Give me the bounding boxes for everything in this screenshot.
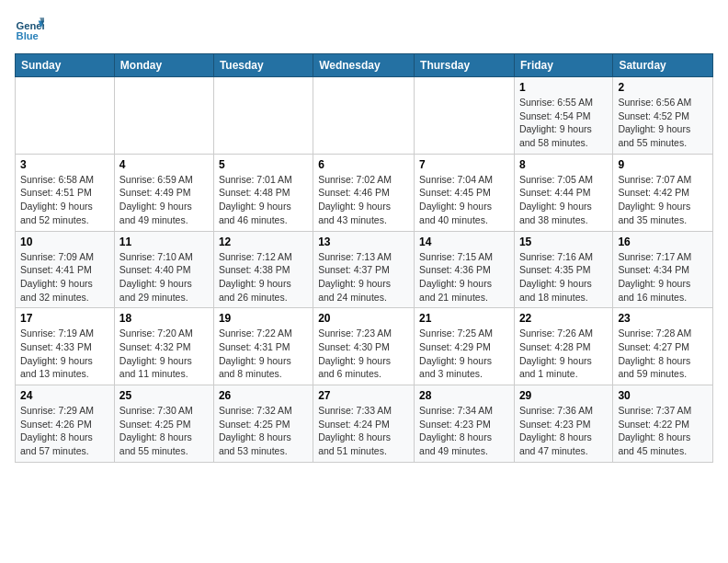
day-number: 2 — [618, 81, 708, 94]
day-info: Sunrise: 7:04 AM Sunset: 4:45 PM Dayligh… — [419, 173, 509, 227]
day-info: Sunrise: 7:10 AM Sunset: 4:40 PM Dayligh… — [119, 250, 209, 304]
calendar-cell: 14Sunrise: 7:15 AM Sunset: 4:36 PM Dayli… — [415, 231, 515, 308]
day-info: Sunrise: 6:56 AM Sunset: 4:52 PM Dayligh… — [618, 96, 708, 150]
day-number: 19 — [219, 312, 308, 325]
calendar-cell: 16Sunrise: 7:17 AM Sunset: 4:34 PM Dayli… — [613, 231, 713, 308]
day-number: 7 — [419, 158, 509, 171]
day-info: Sunrise: 7:05 AM Sunset: 4:44 PM Dayligh… — [519, 173, 608, 227]
day-number: 12 — [219, 236, 308, 248]
calendar-cell: 28Sunrise: 7:34 AM Sunset: 4:23 PM Dayli… — [415, 385, 515, 463]
day-number: 9 — [618, 158, 708, 171]
logo: General Blue — [15, 15, 50, 44]
day-number: 3 — [20, 158, 109, 171]
svg-text:Blue: Blue — [17, 30, 39, 41]
calendar-week-row: 3Sunrise: 6:58 AM Sunset: 4:51 PM Daylig… — [16, 154, 713, 231]
calendar-cell: 23Sunrise: 7:28 AM Sunset: 4:27 PM Dayli… — [613, 308, 713, 385]
calendar-cell: 21Sunrise: 7:25 AM Sunset: 4:29 PM Dayli… — [415, 308, 515, 385]
day-number: 18 — [119, 312, 209, 325]
day-info: Sunrise: 7:26 AM Sunset: 4:28 PM Dayligh… — [519, 327, 608, 381]
day-number: 28 — [419, 389, 509, 402]
day-info: Sunrise: 7:09 AM Sunset: 4:41 PM Dayligh… — [20, 250, 109, 304]
logo-icon: General Blue — [15, 15, 44, 44]
calendar-cell: 8Sunrise: 7:05 AM Sunset: 4:44 PM Daylig… — [514, 154, 612, 231]
day-number: 22 — [519, 312, 608, 325]
calendar-cell — [16, 77, 115, 155]
day-number: 16 — [618, 236, 708, 248]
calendar-cell: 10Sunrise: 7:09 AM Sunset: 4:41 PM Dayli… — [16, 231, 115, 308]
day-number: 30 — [618, 389, 708, 402]
day-number: 20 — [318, 312, 409, 325]
calendar-header-saturday: Saturday — [613, 54, 713, 77]
calendar-cell — [313, 77, 415, 155]
day-number: 21 — [419, 312, 509, 325]
day-number: 17 — [20, 312, 109, 325]
calendar-header-sunday: Sunday — [16, 54, 115, 77]
calendar-cell: 12Sunrise: 7:12 AM Sunset: 4:38 PM Dayli… — [213, 231, 313, 308]
calendar-cell: 25Sunrise: 7:30 AM Sunset: 4:25 PM Dayli… — [114, 385, 213, 463]
calendar-header-tuesday: Tuesday — [213, 54, 313, 77]
day-info: Sunrise: 7:28 AM Sunset: 4:27 PM Dayligh… — [618, 327, 708, 381]
calendar-cell: 19Sunrise: 7:22 AM Sunset: 4:31 PM Dayli… — [213, 308, 313, 385]
calendar-cell: 1Sunrise: 6:55 AM Sunset: 4:54 PM Daylig… — [514, 77, 612, 155]
calendar-cell: 22Sunrise: 7:26 AM Sunset: 4:28 PM Dayli… — [514, 308, 612, 385]
day-info: Sunrise: 7:25 AM Sunset: 4:29 PM Dayligh… — [419, 327, 509, 381]
day-number: 11 — [119, 236, 209, 248]
day-number: 14 — [419, 236, 509, 248]
day-number: 15 — [519, 236, 608, 248]
calendar-cell: 4Sunrise: 6:59 AM Sunset: 4:49 PM Daylig… — [114, 154, 213, 231]
day-info: Sunrise: 7:15 AM Sunset: 4:36 PM Dayligh… — [419, 250, 509, 304]
day-info: Sunrise: 7:22 AM Sunset: 4:31 PM Dayligh… — [219, 327, 308, 381]
calendar-header-friday: Friday — [514, 54, 612, 77]
day-number: 6 — [318, 158, 409, 171]
day-number: 23 — [618, 312, 708, 325]
day-info: Sunrise: 7:17 AM Sunset: 4:34 PM Dayligh… — [618, 250, 708, 304]
calendar-week-row: 17Sunrise: 7:19 AM Sunset: 4:33 PM Dayli… — [16, 308, 713, 385]
calendar-cell: 3Sunrise: 6:58 AM Sunset: 4:51 PM Daylig… — [16, 154, 115, 231]
day-number: 24 — [20, 389, 109, 402]
calendar-cell: 30Sunrise: 7:37 AM Sunset: 4:22 PM Dayli… — [613, 385, 713, 463]
calendar-cell: 17Sunrise: 7:19 AM Sunset: 4:33 PM Dayli… — [16, 308, 115, 385]
day-info: Sunrise: 7:33 AM Sunset: 4:24 PM Dayligh… — [318, 404, 409, 458]
day-number: 4 — [119, 158, 209, 171]
day-info: Sunrise: 7:16 AM Sunset: 4:35 PM Dayligh… — [519, 250, 608, 304]
day-number: 8 — [519, 158, 608, 171]
day-number: 1 — [519, 81, 608, 94]
day-number: 27 — [318, 389, 409, 402]
calendar-header-wednesday: Wednesday — [313, 54, 415, 77]
day-info: Sunrise: 7:07 AM Sunset: 4:42 PM Dayligh… — [618, 173, 708, 227]
calendar-cell: 27Sunrise: 7:33 AM Sunset: 4:24 PM Dayli… — [313, 385, 415, 463]
calendar-cell: 5Sunrise: 7:01 AM Sunset: 4:48 PM Daylig… — [213, 154, 313, 231]
calendar-week-row: 1Sunrise: 6:55 AM Sunset: 4:54 PM Daylig… — [16, 77, 713, 155]
calendar-cell: 20Sunrise: 7:23 AM Sunset: 4:30 PM Dayli… — [313, 308, 415, 385]
calendar-header-monday: Monday — [114, 54, 213, 77]
day-info: Sunrise: 7:13 AM Sunset: 4:37 PM Dayligh… — [318, 250, 409, 304]
calendar-cell: 13Sunrise: 7:13 AM Sunset: 4:37 PM Dayli… — [313, 231, 415, 308]
calendar-cell: 18Sunrise: 7:20 AM Sunset: 4:32 PM Dayli… — [114, 308, 213, 385]
day-info: Sunrise: 7:34 AM Sunset: 4:23 PM Dayligh… — [419, 404, 509, 458]
calendar-cell — [213, 77, 313, 155]
calendar-cell: 26Sunrise: 7:32 AM Sunset: 4:25 PM Dayli… — [213, 385, 313, 463]
day-info: Sunrise: 7:29 AM Sunset: 4:26 PM Dayligh… — [20, 404, 109, 458]
day-info: Sunrise: 7:36 AM Sunset: 4:23 PM Dayligh… — [519, 404, 608, 458]
day-info: Sunrise: 7:12 AM Sunset: 4:38 PM Dayligh… — [219, 250, 308, 304]
calendar-cell: 9Sunrise: 7:07 AM Sunset: 4:42 PM Daylig… — [613, 154, 713, 231]
calendar-week-row: 24Sunrise: 7:29 AM Sunset: 4:26 PM Dayli… — [16, 385, 713, 463]
calendar-cell: 24Sunrise: 7:29 AM Sunset: 4:26 PM Dayli… — [16, 385, 115, 463]
day-info: Sunrise: 7:23 AM Sunset: 4:30 PM Dayligh… — [318, 327, 409, 381]
day-info: Sunrise: 7:30 AM Sunset: 4:25 PM Dayligh… — [119, 404, 209, 458]
calendar-header-thursday: Thursday — [415, 54, 515, 77]
day-number: 13 — [318, 236, 409, 248]
day-info: Sunrise: 7:37 AM Sunset: 4:22 PM Dayligh… — [618, 404, 708, 458]
calendar-week-row: 10Sunrise: 7:09 AM Sunset: 4:41 PM Dayli… — [16, 231, 713, 308]
calendar-cell: 15Sunrise: 7:16 AM Sunset: 4:35 PM Dayli… — [514, 231, 612, 308]
day-number: 10 — [20, 236, 109, 248]
calendar-cell: 29Sunrise: 7:36 AM Sunset: 4:23 PM Dayli… — [514, 385, 612, 463]
day-info: Sunrise: 7:01 AM Sunset: 4:48 PM Dayligh… — [219, 173, 308, 227]
day-info: Sunrise: 7:02 AM Sunset: 4:46 PM Dayligh… — [318, 173, 409, 227]
day-info: Sunrise: 6:59 AM Sunset: 4:49 PM Dayligh… — [119, 173, 209, 227]
header: General Blue — [15, 15, 713, 44]
day-number: 5 — [219, 158, 308, 171]
day-number: 26 — [219, 389, 308, 402]
day-info: Sunrise: 7:20 AM Sunset: 4:32 PM Dayligh… — [119, 327, 209, 381]
calendar-cell: 6Sunrise: 7:02 AM Sunset: 4:46 PM Daylig… — [313, 154, 415, 231]
